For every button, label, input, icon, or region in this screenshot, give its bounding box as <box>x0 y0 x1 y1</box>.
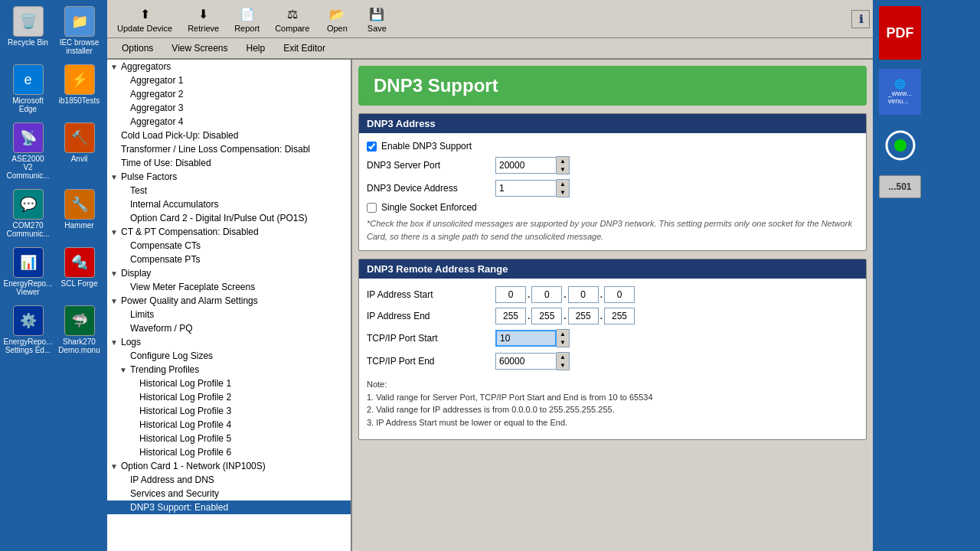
tree-item-compensate-cts[interactable]: Compensate CTs <box>107 239 351 253</box>
tree-label-dnp3-support: DNP3 Support: Enabled <box>130 502 228 513</box>
open-button[interactable]: 📂 Open <box>318 2 356 36</box>
tree-item-hist2[interactable]: Historical Log Profile 2 <box>107 390 351 404</box>
save-button[interactable]: 💾 Save <box>358 2 396 36</box>
tree-item-display[interactable]: ▼Display <box>107 266 351 280</box>
desktop-icon-com270[interactable]: 💬 COM270 Communic... <box>3 186 53 241</box>
tree-item-dnp3-support[interactable]: DNP3 Support: Enabled <box>107 500 351 514</box>
retrieve-button[interactable]: ⬇ Retrieve <box>181 2 226 36</box>
tcp-end-down[interactable]: ▼ <box>557 361 569 370</box>
tree-item-trending[interactable]: ▼Trending Profiles <box>107 363 351 377</box>
www-icon[interactable]: 🌐 _www...venu... <box>879 69 921 115</box>
server-port-down[interactable]: ▼ <box>557 165 569 174</box>
tcp-start-label: TCP/IP Port Start <box>367 333 489 344</box>
tcp-start-up[interactable]: ▲ <box>557 330 569 338</box>
tcp-end-up[interactable]: ▲ <box>557 353 569 361</box>
app-container: ⬆ Update Device ⬇ Retrieve 📄 Report ⚖ Co… <box>107 0 873 551</box>
note-title: Note: <box>367 378 858 391</box>
device-address-down[interactable]: ▼ <box>557 188 569 197</box>
desktop-icon-shark[interactable]: 🦈 Shark270 Demo.monu <box>54 302 104 357</box>
desktop-icon-energyrepo-viewer[interactable]: 📊 EnergyRepo... Viewer <box>3 244 53 299</box>
tree-item-cold-load[interactable]: Cold Load Pick-Up: Disabled <box>107 129 351 142</box>
tree-item-hist3[interactable]: Historical Log Profile 3 <box>107 404 351 418</box>
enable-dnp3-row: Enable DNP3 Support <box>367 141 858 152</box>
enable-dnp3-checkbox[interactable] <box>367 142 377 152</box>
tcp-end-input[interactable] <box>495 353 557 370</box>
desktop-icon-scl[interactable]: 🔩 SCL Forge <box>54 244 104 299</box>
ip-end-field-1[interactable] <box>495 308 526 324</box>
ip-end-field-2[interactable] <box>531 308 562 324</box>
desktop-icon-energyrepo-settings[interactable]: ⚙️ EnergyRepo... Settings Ed... <box>3 302 53 357</box>
ip-start-inputs: . . . <box>495 286 635 303</box>
tree-item-test[interactable]: Test <box>107 184 351 197</box>
server-port-input[interactable] <box>495 157 557 174</box>
tree-item-agg2[interactable]: Aggregator 2 <box>107 87 351 101</box>
single-socket-checkbox[interactable] <box>367 203 377 213</box>
desktop-icon-edge[interactable]: e Microsoft Edge <box>3 61 53 116</box>
tree-item-configure-log[interactable]: Configure Log Sizes <box>107 349 351 363</box>
device-address-up[interactable]: ▲ <box>557 180 569 188</box>
compare-button[interactable]: ⚖ Compare <box>268 2 316 36</box>
tree-item-waveform[interactable]: Waveform / PQ <box>107 321 351 335</box>
desktop-icon-iec[interactable]: 📁 IEC browse installer <box>54 3 104 58</box>
tree-item-hist1[interactable]: Historical Log Profile 1 <box>107 377 351 390</box>
tcp-start-spinner[interactable]: ▲ ▼ <box>495 329 570 347</box>
desktop-icon-ase2000[interactable]: 📡 ASE2000 V2 Communic... <box>3 119 53 183</box>
report-button[interactable]: 📄 Report <box>227 2 266 36</box>
tcp-start-down[interactable]: ▼ <box>557 338 569 347</box>
ip-start-field-3[interactable] <box>568 286 599 303</box>
desktop-icon-recycle[interactable]: 🗑️ Recycle Bin <box>3 3 53 58</box>
tree-item-agg4[interactable]: Aggregator 4 <box>107 115 351 129</box>
menu-exit-editor[interactable]: Exit Editor <box>275 40 334 57</box>
tree-item-hist6[interactable]: Historical Log Profile 6 <box>107 445 351 459</box>
tree-item-aggregators[interactable]: ▼Aggregators <box>107 60 351 73</box>
tree-item-hist5[interactable]: Historical Log Profile 5 <box>107 432 351 445</box>
tree-item-option-card1[interactable]: ▼Option Card 1 - Network (INP100S) <box>107 459 351 473</box>
menu-options[interactable]: Options <box>113 40 162 57</box>
tree-label-internal-accumulators: Internal Accumulators <box>130 199 218 210</box>
desktop-icon-hammer[interactable]: 🔧 Hammer <box>54 186 104 241</box>
501-badge[interactable]: ...501 <box>879 175 921 198</box>
server-port-spinner[interactable]: ▲ ▼ <box>495 156 570 174</box>
ip-end-field-4[interactable] <box>604 308 635 324</box>
tree-item-power-quality[interactable]: ▼Power Quality and Alarm Settings <box>107 294 351 308</box>
single-socket-row: Single Socket Enforced <box>367 202 858 213</box>
desktop-icon-ib1850[interactable]: ⚡ ib1850Tests <box>54 61 104 116</box>
tree-label-agg4: Aggregator 4 <box>130 116 183 127</box>
tree-item-ct-pt[interactable]: ▼CT & PT Compensation: Disabled <box>107 225 351 239</box>
desktop-icon-anvil[interactable]: 🔨 Anvil <box>54 119 104 183</box>
device-address-spinner[interactable]: ▲ ▼ <box>495 179 570 197</box>
tree-label-hist4: Historical Log Profile 4 <box>139 419 231 430</box>
menu-view-screens[interactable]: View Screens <box>163 40 236 57</box>
tree-item-logs[interactable]: ▼Logs <box>107 335 351 349</box>
device-address-input[interactable] <box>495 180 557 197</box>
circle-indicator[interactable] <box>879 124 921 166</box>
server-port-up[interactable]: ▲ <box>557 157 569 165</box>
ip-start-field-2[interactable] <box>531 286 562 303</box>
content-area: ▼AggregatorsAggregator 1Aggregator 2Aggr… <box>107 60 873 551</box>
tree-item-agg3[interactable]: Aggregator 3 <box>107 101 351 115</box>
update-device-button[interactable]: ⬆ Update Device <box>110 2 179 36</box>
tcp-end-spinner[interactable]: ▲ ▼ <box>495 352 570 370</box>
ip-start-field-1[interactable] <box>495 286 526 303</box>
menu-help[interactable]: Help <box>238 40 274 57</box>
tree-item-view-meter[interactable]: View Meter Faceplate Screens <box>107 280 351 294</box>
tree-item-internal-accumulators[interactable]: Internal Accumulators <box>107 197 351 211</box>
ip-start-field-4[interactable] <box>604 286 635 303</box>
tree-item-pulse-factors[interactable]: ▼Pulse Factors <box>107 170 351 184</box>
tree-item-option-card2[interactable]: Option Card 2 - Digital In/Pulse Out (PO… <box>107 211 351 225</box>
ip-end-field-3[interactable] <box>568 308 599 324</box>
tree-item-hist4[interactable]: Historical Log Profile 4 <box>107 418 351 432</box>
tree-item-agg1[interactable]: Aggregator 1 <box>107 73 351 87</box>
tcp-start-input[interactable] <box>495 330 557 347</box>
tree-item-services-security[interactable]: Services and Security <box>107 487 351 500</box>
tree-label-logs: Logs <box>121 337 141 347</box>
tree-item-time-of-use[interactable]: Time of Use: Disabled <box>107 156 351 170</box>
notes-section: Note: 1. Valid range for Server Port, TC… <box>367 375 858 432</box>
tree-item-compensate-pts[interactable]: Compensate PTs <box>107 253 351 266</box>
tree-expander-option-card1: ▼ <box>110 462 119 471</box>
tree-item-transformer[interactable]: Transformer / Line Loss Compensation: Di… <box>107 142 351 156</box>
pdf-icon[interactable]: PDF <box>879 6 921 60</box>
tree-item-ip-address-dns[interactable]: IP Address and DNS <box>107 473 351 487</box>
tree-item-limits[interactable]: Limits <box>107 308 351 321</box>
help-info-button[interactable]: ℹ <box>851 10 870 28</box>
